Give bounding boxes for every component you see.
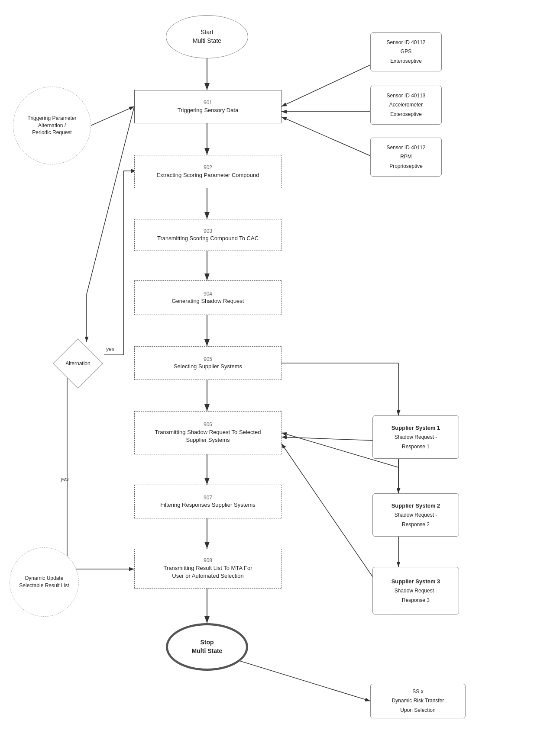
dynamic-update-node: Dynamic Update Selectable Result List bbox=[10, 547, 79, 617]
supplier-2: Supplier System 2 Shadow Request - Respo… bbox=[372, 493, 459, 537]
svg-line-20 bbox=[281, 65, 370, 106]
node-908: 908 Transmitting Result List To MTA For … bbox=[134, 549, 281, 589]
svg-line-12 bbox=[87, 106, 134, 294]
svg-line-11 bbox=[91, 106, 134, 125]
start-node: Start Multi State bbox=[166, 15, 248, 58]
node-903: 903 Transmitting Scoring Compound To CAC bbox=[134, 219, 281, 251]
supplier-3: Supplier System 3 Shadow Request - Respo… bbox=[372, 567, 459, 614]
node-901: 901 Triggering Sensory Data bbox=[134, 90, 281, 123]
ss-risk-transfer: SS x Dynamic Risk Transfer Upon Selectio… bbox=[370, 684, 466, 718]
node-906: 906 Transmitting Shadow Request To Selec… bbox=[134, 411, 281, 454]
diagram-container: Start Multi State 901 Triggering Sensory… bbox=[0, 0, 537, 756]
node-902: 902 Extracting Scoring Parameter Compoun… bbox=[134, 155, 281, 188]
supplier-1: Supplier System 1 Shadow Request - Respo… bbox=[372, 415, 459, 459]
node-905: 905 Selecting Supplier Systems bbox=[134, 346, 281, 380]
yes-label-2: yes bbox=[61, 476, 69, 482]
sensor-3: Sensor ID 40112 RPM Proprioseptive bbox=[370, 138, 442, 177]
svg-line-22 bbox=[281, 117, 370, 156]
yes-label-1: yes bbox=[106, 346, 114, 352]
node-904: 904 Generating Shadow Request bbox=[134, 280, 281, 315]
trigger-node: Triggering Parameter Alternation / Perio… bbox=[13, 87, 91, 164]
node-907: 907 Filtering Responses Supplier Systems bbox=[134, 485, 281, 518]
alternation-diamond: Alternation bbox=[52, 342, 104, 385]
svg-line-32 bbox=[230, 658, 370, 701]
sensor-2: Sensor ID 40113 Accelerometer Exterosept… bbox=[370, 86, 442, 125]
sensor-1: Sensor ID 40112 GPS Exteroseptive bbox=[370, 32, 442, 71]
stop-node: Stop Multi State bbox=[166, 623, 248, 671]
